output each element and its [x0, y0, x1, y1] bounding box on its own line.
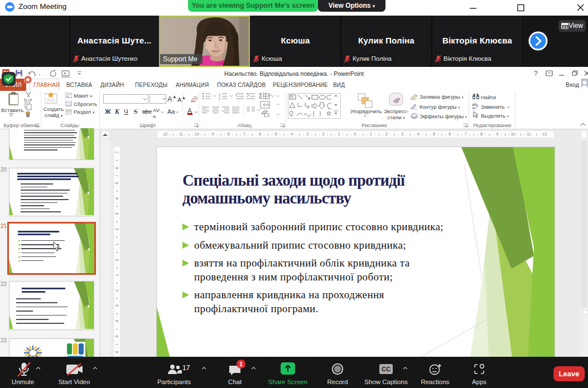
svg-text:ac: ac [472, 106, 476, 109]
svg-text:?: ? [534, 70, 538, 77]
svg-text:3: 3 [219, 98, 220, 101]
